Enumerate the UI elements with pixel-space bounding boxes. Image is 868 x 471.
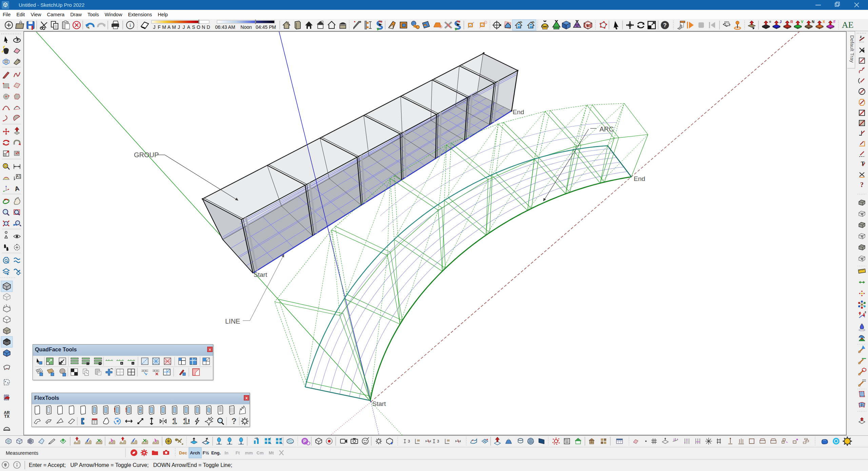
- svg-text:A: A: [167, 24, 171, 30]
- svg-text:F: F: [833, 20, 836, 24]
- svg-text:M: M: [162, 24, 166, 30]
- svg-text:O: O: [197, 24, 200, 30]
- svg-text:1: 1: [172, 416, 177, 426]
- svg-text:A: A: [187, 24, 191, 30]
- svg-text:?: ?: [860, 181, 864, 188]
- svg-text:A1: A1: [16, 175, 21, 178]
- svg-text:P: P: [303, 438, 306, 444]
- svg-text:N: N: [812, 20, 814, 24]
- svg-text:Mt: Mt: [269, 450, 274, 455]
- svg-text:Enter = Accept; UP Arrow/Hom: Enter = Accept; UP Arrow/Home = Toggle C…: [29, 462, 232, 468]
- svg-text:S: S: [192, 24, 195, 30]
- svg-text:J: J: [178, 24, 180, 30]
- svg-text:R: R: [790, 20, 793, 24]
- svg-text:V: V: [801, 20, 804, 24]
- svg-text:D: D: [206, 24, 210, 30]
- svg-text:Ft: Ft: [236, 450, 240, 455]
- svg-text:X: X: [823, 20, 825, 24]
- svg-text:M: M: [172, 24, 176, 30]
- svg-text:3: 3: [408, 439, 410, 443]
- svg-text:AE: AE: [842, 20, 854, 30]
- svg-text:F: F: [158, 24, 161, 30]
- svg-text:LINE: LINE: [225, 318, 240, 325]
- svg-text:Noon: Noon: [240, 24, 252, 30]
- svg-text:!: !: [188, 418, 190, 425]
- svg-text:3: 3: [437, 439, 439, 443]
- svg-text:End: End: [634, 175, 645, 182]
- svg-text:End: End: [513, 108, 524, 116]
- svg-text:J: J: [153, 24, 156, 30]
- svg-text:Measurements: Measurements: [6, 450, 38, 456]
- svg-text:Arch: Arch: [190, 450, 200, 455]
- svg-text:GROUP: GROUP: [134, 151, 159, 159]
- svg-text:?: ?: [232, 416, 237, 426]
- svg-text:i: i: [130, 22, 131, 28]
- svg-text:z: z: [860, 35, 862, 39]
- svg-text:Dec: Dec: [179, 450, 187, 455]
- svg-text:z: z: [865, 310, 866, 314]
- svg-text:J: J: [780, 20, 782, 24]
- svg-text:=: =: [769, 20, 771, 24]
- svg-text:ARC: ARC: [599, 125, 614, 133]
- svg-text:J: J: [183, 24, 185, 30]
- svg-text:Start: Start: [254, 271, 268, 278]
- svg-text:TX: TX: [4, 414, 9, 419]
- svg-text:Cm: Cm: [257, 450, 264, 455]
- svg-text:mm: mm: [245, 450, 253, 455]
- svg-text:F½: F½: [203, 450, 209, 455]
- svg-text:N: N: [202, 24, 205, 30]
- svg-text:Start: Start: [372, 400, 386, 407]
- svg-text:Eng.: Eng.: [211, 450, 221, 455]
- svg-text:1: 1: [183, 416, 188, 426]
- svg-text:A: A: [14, 185, 20, 192]
- svg-text:In: In: [224, 450, 229, 455]
- svg-text:04:45 PM: 04:45 PM: [256, 24, 276, 30]
- svg-text:06:43 AM: 06:43 AM: [215, 24, 235, 30]
- svg-text:?: ?: [663, 22, 667, 28]
